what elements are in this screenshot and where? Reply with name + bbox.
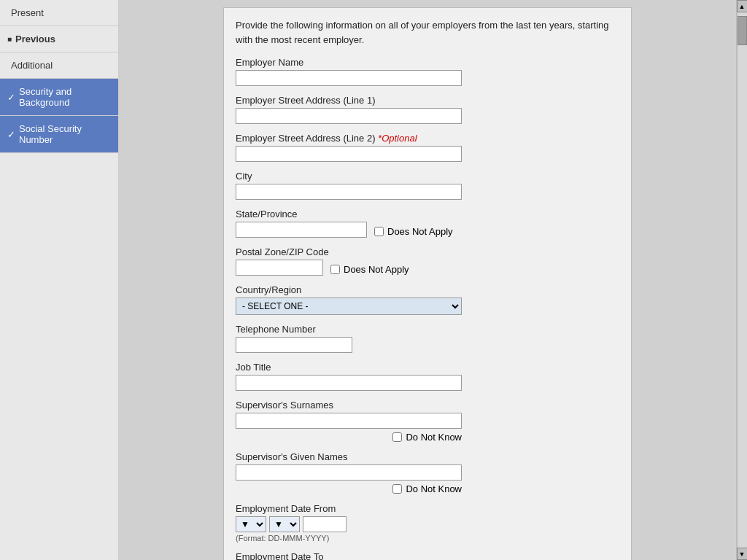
country-group: Country/Region - SELECT ONE - <box>236 284 619 315</box>
job-title-label: Job Title <box>236 362 619 373</box>
employment-date-from-year[interactable] <box>303 516 347 532</box>
postal-label: Postal Zone/ZIP Code <box>236 246 619 257</box>
employment-date-from-row: ▼ ▼ <box>236 516 619 532</box>
supervisor-surnames-input[interactable] <box>236 413 462 429</box>
supervisor-givennames-label: Supervisor's Given Names <box>236 451 619 462</box>
employer-name-label: Employer Name <box>236 57 619 68</box>
date-format-hint-from: (Format: DD-MMM-YYYY) <box>236 534 619 542</box>
sidebar-item-label: Additional <box>11 60 53 71</box>
sidebar-item-additional[interactable]: Additional <box>0 52 118 79</box>
employment-date-from-day[interactable]: ▼ <box>236 516 266 532</box>
scroll-up-button[interactable]: ▲ <box>737 0 748 12</box>
do-not-know-1-label[interactable]: Do Not Know <box>236 432 462 443</box>
city-label: City <box>236 171 619 182</box>
intro-text: Provide the following information on all… <box>236 18 619 47</box>
city-input[interactable] <box>236 184 462 200</box>
does-not-apply-2-checkbox[interactable] <box>330 265 340 274</box>
previous-check-icon: ■ <box>7 35 12 43</box>
main-content: Provide the following information on all… <box>119 0 736 560</box>
employer-street1-input[interactable] <box>236 108 462 124</box>
job-title-input[interactable] <box>236 375 462 391</box>
employer-street2-input[interactable] <box>236 146 462 162</box>
supervisor-givennames-group: Supervisor's Given Names Do Not Know <box>236 451 619 494</box>
social-security-check-icon: ✓ <box>7 129 15 140</box>
employment-date-from-label: Employment Date From <box>236 503 619 514</box>
employer-name-group: Employer Name <box>236 57 619 86</box>
job-title-group: Job Title <box>236 362 619 391</box>
employer-street2-group: Employer Street Address (Line 2) *Option… <box>236 133 619 162</box>
sidebar-item-security-background[interactable]: ✓ Security and Background <box>0 79 118 116</box>
employment-date-from-month[interactable]: ▼ <box>269 516 300 532</box>
do-not-know-2-label[interactable]: Do Not Know <box>236 483 462 494</box>
employment-date-from-group: Employment Date From ▼ ▼ (Format: DD-MMM… <box>236 503 619 542</box>
state-group: State/Province Does Not Apply <box>236 209 619 238</box>
does-not-apply-1-label[interactable]: Does Not Apply <box>374 226 453 237</box>
scroll-thumb[interactable] <box>738 16 747 45</box>
scroll-track <box>737 12 748 548</box>
scrollbar[interactable]: ▲ ▼ <box>736 0 747 560</box>
sidebar-item-label: Social Security Number <box>19 123 111 145</box>
employment-date-to-group: Employment Date To ▼ ▼ (Format: DD-MMM-Y… <box>236 551 619 560</box>
scroll-down-button[interactable]: ▼ <box>737 548 748 560</box>
supervisor-givennames-input[interactable] <box>236 464 462 481</box>
security-check-icon: ✓ <box>7 92 15 103</box>
postal-input[interactable] <box>236 260 323 276</box>
state-input[interactable] <box>236 222 367 238</box>
form-card: Provide the following information on all… <box>223 7 632 560</box>
sidebar-item-present[interactable]: Present <box>0 0 118 26</box>
employer-street1-group: Employer Street Address (Line 1) <box>236 95 619 124</box>
sidebar-item-social-security[interactable]: ✓ Social Security Number <box>0 116 118 153</box>
sidebar-item-label: Previous <box>15 34 55 44</box>
do-not-know-2-checkbox[interactable] <box>392 484 402 494</box>
city-group: City <box>236 171 619 200</box>
employer-street1-label: Employer Street Address (Line 1) <box>236 95 619 106</box>
postal-group: Postal Zone/ZIP Code Does Not Apply <box>236 246 619 276</box>
telephone-label: Telephone Number <box>236 324 619 335</box>
country-select[interactable]: - SELECT ONE - <box>236 298 462 315</box>
do-not-know-1-checkbox[interactable] <box>392 432 402 442</box>
telephone-input[interactable] <box>236 337 352 353</box>
does-not-apply-1-checkbox[interactable] <box>374 227 384 236</box>
employer-street2-label: Employer Street Address (Line 2) *Option… <box>236 133 619 144</box>
content-area: Provide the following information on all… <box>119 0 736 560</box>
sidebar: Present ■ Previous Additional ✓ Security… <box>0 0 119 560</box>
employment-date-to-label: Employment Date To <box>236 551 619 560</box>
does-not-apply-2-label[interactable]: Does Not Apply <box>330 264 409 275</box>
supervisor-surnames-label: Supervisor's Surnames <box>236 400 619 411</box>
sidebar-item-label: Security and Background <box>19 86 111 108</box>
state-label: State/Province <box>236 209 619 219</box>
telephone-group: Telephone Number <box>236 324 619 353</box>
employer-name-input[interactable] <box>236 70 462 86</box>
country-label: Country/Region <box>236 284 619 295</box>
supervisor-surnames-group: Supervisor's Surnames Do Not Know <box>236 400 619 443</box>
sidebar-item-previous[interactable]: ■ Previous <box>0 26 118 52</box>
sidebar-item-label: Present <box>11 7 44 18</box>
